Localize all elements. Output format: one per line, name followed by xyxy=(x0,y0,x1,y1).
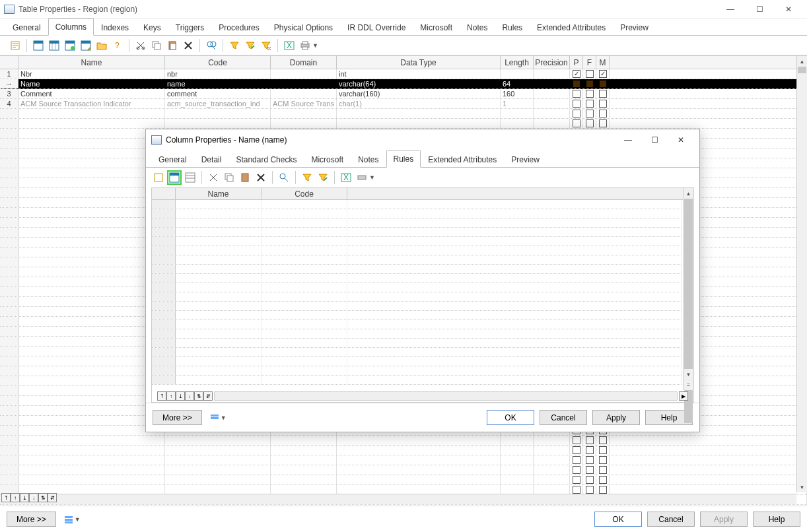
dlg-row-empty[interactable] xyxy=(152,348,682,357)
col-precision[interactable]: Precision xyxy=(534,56,570,69)
dlg-tab-standard-checks[interactable]: Standard Checks xyxy=(228,151,304,168)
tab-procedures[interactable]: Procedures xyxy=(211,19,266,36)
dlg-properties-icon[interactable] xyxy=(151,170,166,185)
dlg-tab-microsoft[interactable]: Microsoft xyxy=(304,151,351,168)
table-row-empty[interactable] xyxy=(0,475,807,485)
dlg-row-empty[interactable] xyxy=(152,246,682,255)
tab-triggers[interactable]: Triggers xyxy=(168,19,212,36)
dlg-tab-general[interactable]: General xyxy=(151,151,194,168)
dlg-more-button[interactable]: More >> xyxy=(153,410,202,425)
vertical-scrollbar[interactable]: ▲ ▼ xyxy=(796,56,807,492)
dlg-row-empty[interactable] xyxy=(152,200,682,209)
tab-keys[interactable]: Keys xyxy=(136,19,168,36)
table-row[interactable]: 3Commentcommentvarchar(160)160 xyxy=(0,89,807,99)
tab-extended-attributes[interactable]: Extended Attributes xyxy=(530,19,613,36)
dlg-filter2-icon[interactable] xyxy=(316,170,330,185)
dlg-row-empty[interactable] xyxy=(152,329,682,339)
dlg-hscroll[interactable] xyxy=(214,391,678,401)
minimize-button[interactable]: — xyxy=(716,0,745,18)
col-domain[interactable]: Domain xyxy=(271,56,337,69)
dlg-tab-rules[interactable]: Rules xyxy=(386,150,421,168)
dlg-filter1-icon[interactable] xyxy=(300,170,314,185)
col-datatype[interactable]: Data Type xyxy=(337,56,501,69)
dlg-tab-detail[interactable]: Detail xyxy=(194,151,229,168)
dlg-cut-icon[interactable] xyxy=(206,170,221,185)
dlg-cancel-button[interactable]: Cancel xyxy=(540,410,587,425)
table-row-empty[interactable] xyxy=(0,436,807,446)
dlg-find-icon[interactable] xyxy=(277,170,291,185)
dlg-col-name[interactable]: Name xyxy=(176,188,262,199)
print-icon[interactable] xyxy=(298,38,312,53)
paste-icon[interactable] xyxy=(165,38,180,53)
tab-indexes[interactable]: Indexes xyxy=(94,19,136,36)
dlg-copy-icon[interactable] xyxy=(222,170,236,185)
table-row-empty[interactable] xyxy=(0,455,807,465)
dlg-row-empty[interactable] xyxy=(152,237,682,246)
table-row-empty[interactable] xyxy=(0,109,807,119)
dlg-row-empty[interactable] xyxy=(152,302,682,311)
cancel-button[interactable]: Cancel xyxy=(647,512,695,527)
dlg-row-empty[interactable] xyxy=(152,228,682,237)
dlg-row-empty[interactable] xyxy=(152,339,682,348)
tab-rules[interactable]: Rules xyxy=(495,19,530,36)
dlg-add-icon[interactable] xyxy=(167,170,182,185)
grid3-icon[interactable] xyxy=(63,38,77,53)
dlg-delete-icon[interactable] xyxy=(254,170,268,185)
dlg-row-empty[interactable] xyxy=(152,376,682,385)
dlg-layout-icon[interactable] xyxy=(207,411,222,425)
dlg-print-icon[interactable] xyxy=(355,170,369,185)
dlg-row-empty[interactable] xyxy=(152,283,682,292)
help-button[interactable]: Help xyxy=(753,512,800,527)
more-button[interactable]: More >> xyxy=(7,512,56,527)
close-button[interactable]: ✕ xyxy=(774,0,803,18)
dialog-maximize-button[interactable]: ☐ xyxy=(641,130,668,150)
dialog-minimize-button[interactable]: — xyxy=(615,130,641,150)
nav-buttons[interactable]: ⤒↑⤓↓⇅⇵ xyxy=(1,493,57,502)
col-code[interactable]: Code xyxy=(165,56,271,69)
copy-icon[interactable] xyxy=(149,38,164,53)
folder-icon[interactable] xyxy=(94,38,109,53)
dialog-close-button[interactable]: ✕ xyxy=(668,130,694,150)
dlg-row-empty[interactable] xyxy=(152,320,682,329)
filter1-icon[interactable] xyxy=(227,38,242,53)
grid1-icon[interactable] xyxy=(31,38,46,53)
col-f[interactable]: F xyxy=(583,56,596,69)
dlg-excel-icon[interactable]: X xyxy=(339,170,353,185)
grid2-icon[interactable] xyxy=(47,38,61,53)
col-name[interactable]: Name xyxy=(18,56,165,69)
table-row[interactable]: 4ACM Source Transaction Indicatoracm_sou… xyxy=(0,99,807,109)
dlg-row-empty[interactable] xyxy=(152,292,682,302)
properties-icon[interactable] xyxy=(8,38,22,53)
ok-button[interactable]: OK xyxy=(594,512,642,527)
dlg-row-empty[interactable] xyxy=(152,218,682,228)
apply-button[interactable]: Apply xyxy=(700,512,748,527)
dlg-tab-extended-attributes[interactable]: Extended Attributes xyxy=(421,151,504,168)
tab-preview[interactable]: Preview xyxy=(613,19,656,36)
filter2-icon[interactable] xyxy=(243,38,258,53)
tab-columns[interactable]: Columns xyxy=(48,18,94,36)
col-length[interactable]: Length xyxy=(501,56,534,69)
dlg-tab-notes[interactable]: Notes xyxy=(351,151,386,168)
dlg-ok-button[interactable]: OK xyxy=(487,410,534,425)
col-p[interactable]: P xyxy=(570,56,583,69)
dlg-row-empty[interactable] xyxy=(152,357,682,366)
tab-physical-options[interactable]: Physical Options xyxy=(267,19,340,36)
table-row-empty[interactable] xyxy=(0,119,807,129)
find-icon[interactable] xyxy=(204,38,219,53)
excel-icon[interactable]: X xyxy=(282,38,297,53)
cut-icon[interactable] xyxy=(133,38,148,53)
tab-microsoft[interactable]: Microsoft xyxy=(413,19,460,36)
grid4-icon[interactable] xyxy=(79,38,93,53)
dlg-nav-buttons[interactable]: ⤒↑⤓↓⇅⇵ xyxy=(157,391,213,401)
table-row[interactable]: 1Nbrnbrint xyxy=(0,69,807,79)
table-row-empty[interactable] xyxy=(0,446,807,455)
dlg-row-empty[interactable] xyxy=(152,274,682,283)
tab-notes[interactable]: Notes xyxy=(460,19,495,36)
dlg-insert-icon[interactable] xyxy=(183,170,197,185)
table-row-empty[interactable] xyxy=(0,465,807,475)
dlg-paste-icon[interactable] xyxy=(238,170,252,185)
dlg-row-empty[interactable] xyxy=(152,255,682,265)
filter3-icon[interactable] xyxy=(259,38,273,53)
dlg-row-empty[interactable] xyxy=(152,366,682,376)
tab-ir-ddl-override[interactable]: IR DDL Override xyxy=(340,19,413,36)
